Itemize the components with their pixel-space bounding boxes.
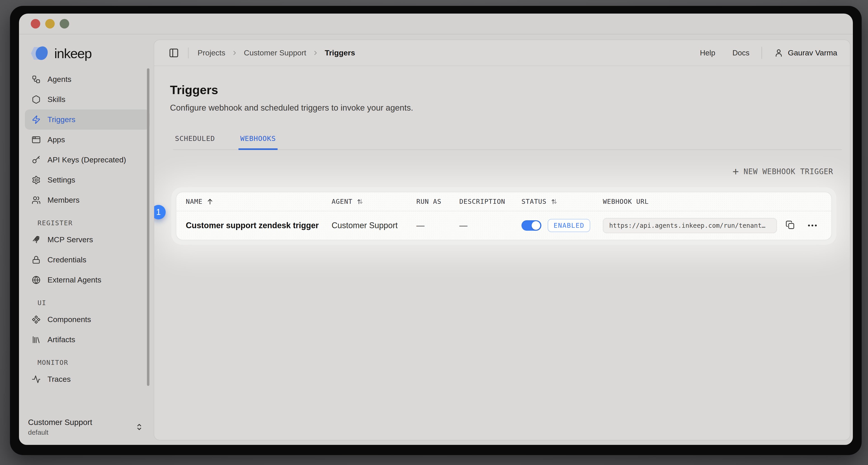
user-icon [774,49,783,57]
help-link[interactable]: Help [700,49,715,57]
status-badge: ENABLED [548,219,590,232]
sidebar-item-mcp-servers[interactable]: MCP Servers [25,230,150,250]
column-header-name[interactable]: NAME [186,198,332,205]
sidebar-item-artifacts[interactable]: Artifacts [25,329,150,350]
close-button[interactable] [31,19,40,29]
user-name: Gaurav Varma [788,49,837,57]
users-icon [32,196,41,205]
sidebar-item-skills[interactable]: Skills [25,89,150,110]
header-divider [188,48,188,58]
chevron-right-icon [231,50,238,56]
new-webhook-trigger-label: NEW WEBHOOK TRIGGER [744,167,833,176]
column-header-webhook-url: WEBHOOK URL [603,198,822,205]
hexagon-icon [32,95,41,104]
trigger-agent: Customer Support [332,221,416,230]
sidebar-item-label: MCP Servers [48,235,93,244]
new-webhook-trigger-button[interactable]: + NEW WEBHOOK TRIGGER [733,167,833,176]
tab-webhooks[interactable]: WEBHOOKS [239,134,278,150]
tab-scheduled[interactable]: SCHEDULED [173,134,217,150]
sidebar-section-monitor: MONITOR [37,359,150,367]
breadcrumb-customer-support[interactable]: Customer Support [244,49,306,57]
trigger-url-cell: https://api.agents.inkeep.com/run/tenant… [603,218,822,233]
project-switcher[interactable]: Customer Support default [28,418,144,436]
sidebar-item-label: External Agents [48,275,101,284]
docs-link[interactable]: Docs [733,49,749,57]
tab-bar: SCHEDULED WEBHOOKS [173,134,842,150]
sidebar-section-ui: UI [37,299,150,307]
minimize-button[interactable] [45,19,55,29]
table-header-row: NAME AGENT RUN AS [176,192,831,211]
project-graph: default [28,429,92,436]
sort-ascending-icon [206,198,214,205]
sidebar-item-label: Artifacts [48,335,75,344]
copy-icon [785,220,795,230]
sidebar-item-label: Traces [48,375,71,384]
sidebar-item-credentials[interactable]: Credentials [25,250,150,270]
sidebar-item-label: Members [48,196,80,204]
titlebar [19,13,853,34]
trigger-name: Customer support zendesk trigger [186,221,332,230]
library-icon [32,335,41,344]
app-window-icon [32,135,41,144]
project-name: Customer Support [28,418,92,427]
step-badge: 1 [154,205,166,220]
triggers-table-spotlight: 1 NAME AGENT [171,187,836,245]
inkeep-logo-icon [28,45,50,61]
breadcrumb-projects[interactable]: Projects [197,49,225,57]
macos-window-frame: inkeep Agents Skills Triggers [10,6,862,455]
workflow-icon [32,75,41,84]
gear-icon [32,175,41,184]
sort-both-icon [356,198,364,205]
key-icon [32,155,41,165]
column-header-description: DESCRIPTION [459,198,522,205]
sidebar-item-external-agents[interactable]: External Agents [25,270,150,290]
main-panel: Projects Customer Support Triggers Help … [154,39,850,440]
sidebar-toggle-button[interactable] [168,48,179,58]
sidebar-item-label: Skills [48,95,65,104]
panel-header: Projects Customer Support Triggers Help … [154,40,850,66]
sidebar-item-components[interactable]: Components [25,310,150,329]
sidebar-item-traces[interactable]: Traces [25,369,150,389]
sidebar-item-triggers[interactable]: Triggers [25,110,150,129]
zoom-button[interactable] [60,19,69,29]
zap-icon [32,115,41,124]
sidebar-item-label: Credentials [48,255,86,264]
panel-left-icon [168,48,179,58]
globe-icon [32,275,41,285]
sidebar-item-label: API Keys (Deprecated) [48,155,126,164]
page-title: Triggers [170,83,843,97]
sidebar-item-agents[interactable]: Agents [25,69,150,89]
sidebar-item-api-keys[interactable]: API Keys (Deprecated) [25,150,150,170]
sidebar-item-label: Apps [48,135,65,144]
user-menu[interactable]: Gaurav Varma [774,49,837,57]
triggers-table: NAME AGENT RUN AS [176,192,832,240]
sidebar: inkeep Agents Skills Triggers [19,35,154,445]
sidebar-item-settings[interactable]: Settings [25,170,150,190]
column-header-run-as: RUN AS [416,198,459,205]
header-divider [762,47,762,59]
sidebar-item-label: Components [48,315,91,324]
component-icon [32,315,41,324]
ellipsis-icon [807,220,818,231]
copy-url-button[interactable] [785,220,795,231]
sidebar-scrollbar[interactable] [147,68,149,386]
sort-both-icon [550,198,558,205]
page-subtitle: Configure webhook and scheduled triggers… [170,103,843,113]
app-window: inkeep Agents Skills Triggers [19,13,853,445]
column-header-status[interactable]: STATUS [522,198,603,205]
sidebar-item-label: Agents [48,75,71,84]
status-toggle[interactable] [522,220,541,231]
activity-icon [32,375,41,384]
webhook-url-field[interactable]: https://api.agents.inkeep.com/run/tenant… [603,218,777,233]
column-header-agent[interactable]: AGENT [332,198,416,205]
sidebar-item-apps[interactable]: Apps [25,129,150,150]
breadcrumb-triggers: Triggers [325,49,355,57]
inkeep-logo: inkeep [28,45,154,61]
lock-icon [32,255,41,264]
table-row[interactable]: Customer support zendesk trigger Custome… [176,211,831,240]
sidebar-item-label: Settings [48,175,75,184]
row-actions-menu-button[interactable] [807,220,818,231]
trigger-run-as: — [416,221,459,230]
sidebar-item-label: Triggers [48,115,75,124]
sidebar-item-members[interactable]: Members [25,190,150,210]
